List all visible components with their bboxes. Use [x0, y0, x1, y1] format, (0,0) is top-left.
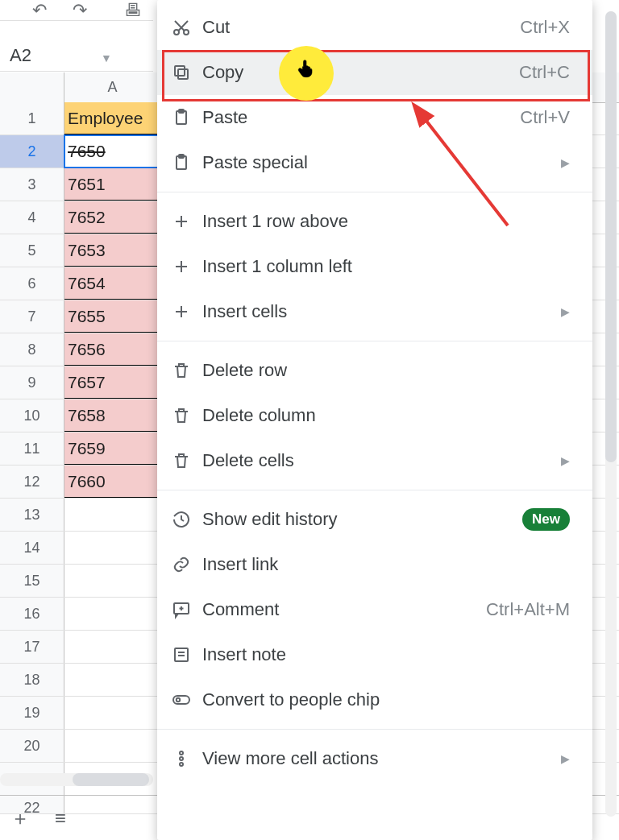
row-header[interactable]: 3: [0, 168, 64, 201]
row-header[interactable]: 11: [0, 432, 64, 465]
menu-item-label: Comment: [202, 599, 279, 620]
menu-item-copy[interactable]: CopyCtrl+C: [157, 50, 592, 95]
cell[interactable]: Employee: [64, 102, 161, 134]
svg-point-13: [180, 757, 183, 760]
row-header[interactable]: 2: [0, 135, 64, 168]
menu-item-label: Delete cells: [202, 450, 294, 471]
row-header[interactable]: 17: [0, 631, 64, 663]
menu-item-label: Delete column: [202, 405, 316, 426]
svg-rect-2: [178, 69, 188, 79]
row-header[interactable]: 13: [0, 499, 64, 531]
vertical-scrollbar-thumb[interactable]: [605, 11, 617, 462]
row-header[interactable]: 5: [0, 234, 64, 267]
cell[interactable]: 7656: [64, 333, 161, 366]
menu-item-insert-link[interactable]: Insert link: [157, 542, 592, 587]
row-header[interactable]: 14: [0, 532, 64, 564]
row-header[interactable]: 20: [0, 730, 64, 762]
cell[interactable]: 7653: [64, 234, 161, 267]
menu-item-label: Paste: [202, 107, 247, 128]
menu-item-insert-1-column-left[interactable]: Insert 1 column left: [157, 244, 592, 289]
menu-item-paste-special[interactable]: Paste special▶: [157, 140, 592, 185]
menu-item-label: Insert 1 column left: [202, 256, 352, 277]
select-all-corner[interactable]: [0, 72, 64, 102]
cell[interactable]: [64, 697, 161, 729]
submenu-arrow-icon: ▶: [561, 156, 570, 169]
menu-item-delete-row[interactable]: Delete row: [157, 348, 592, 393]
cell[interactable]: [64, 730, 161, 762]
cell[interactable]: 7650: [64, 135, 161, 168]
link-icon: [170, 553, 193, 576]
menu-separator: [157, 341, 592, 341]
menu-item-insert-cells[interactable]: Insert cells▶: [157, 289, 592, 334]
cell[interactable]: [64, 598, 161, 630]
row-header[interactable]: 15: [0, 565, 64, 597]
add-sheet-icon[interactable]: ＋: [0, 805, 40, 831]
cell[interactable]: 7655: [64, 300, 161, 333]
name-box[interactable]: A2: [10, 45, 106, 71]
row-header[interactable]: 18: [0, 664, 64, 696]
name-box-dropdown-icon[interactable]: ▼: [101, 52, 112, 64]
cell[interactable]: 7659: [64, 432, 161, 465]
menu-shortcut: Ctrl+X: [520, 17, 570, 38]
horizontal-scrollbar-thumb[interactable]: [73, 773, 149, 786]
people-icon: [170, 689, 193, 711]
cell[interactable]: [64, 499, 161, 531]
menu-item-cut[interactable]: CutCtrl+X: [157, 5, 592, 50]
menu-item-show-edit-history[interactable]: Show edit historyNew: [157, 497, 592, 542]
row-header[interactable]: 9: [0, 366, 64, 399]
menu-item-paste[interactable]: PasteCtrl+V: [157, 95, 592, 140]
cell[interactable]: [64, 631, 161, 663]
submenu-arrow-icon: ▶: [561, 752, 570, 765]
menu-item-insert-note[interactable]: Insert note: [157, 632, 592, 677]
row-header[interactable]: 19: [0, 697, 64, 729]
row-header[interactable]: 16: [0, 598, 64, 630]
submenu-arrow-icon: ▶: [561, 454, 570, 467]
row-header[interactable]: 6: [0, 267, 64, 300]
menu-item-label: Cut: [202, 17, 230, 38]
cell[interactable]: [64, 565, 161, 597]
undo-icon[interactable]: ↶: [32, 0, 47, 21]
cell[interactable]: 7654: [64, 267, 161, 300]
svg-point-1: [184, 30, 189, 35]
row-header[interactable]: 10: [0, 399, 64, 432]
cell[interactable]: [64, 664, 161, 696]
submenu-arrow-icon: ▶: [561, 305, 570, 318]
cell[interactable]: 7652: [64, 201, 161, 234]
menu-badge: New: [522, 508, 570, 531]
column-header-a[interactable]: A: [64, 72, 161, 102]
svg-point-11: [177, 698, 180, 701]
menu-item-label: Copy: [202, 62, 243, 83]
menu-separator: [157, 729, 592, 730]
menu-item-label: Show edit history: [202, 509, 338, 530]
history-icon: [170, 508, 193, 531]
row-header[interactable]: 4: [0, 201, 64, 234]
menu-item-comment[interactable]: CommentCtrl+Alt+M: [157, 587, 592, 632]
plus-icon: [170, 300, 193, 323]
row-header[interactable]: 1: [0, 102, 64, 134]
cell[interactable]: 7651: [64, 168, 161, 201]
menu-item-delete-cells[interactable]: Delete cells▶: [157, 438, 592, 483]
row-header[interactable]: 7: [0, 300, 64, 333]
cell[interactable]: 7657: [64, 366, 161, 399]
cell[interactable]: 7660: [64, 466, 161, 498]
vertical-scrollbar[interactable]: [605, 11, 617, 817]
print-icon[interactable]: 🖶: [124, 0, 142, 21]
all-sheets-icon[interactable]: ≡: [40, 807, 81, 830]
row-header[interactable]: 8: [0, 333, 64, 366]
cell[interactable]: [64, 532, 161, 564]
menu-item-delete-column[interactable]: Delete column: [157, 393, 592, 438]
menu-shortcut: Ctrl+Alt+M: [486, 599, 570, 620]
svg-point-14: [180, 763, 183, 766]
paste-icon: [170, 151, 193, 174]
menu-item-convert-to-people-chip[interactable]: Convert to people chip: [157, 677, 592, 722]
menu-item-view-more-cell-actions[interactable]: View more cell actions▶: [157, 736, 592, 781]
svg-point-12: [180, 751, 183, 755]
menu-item-label: Delete row: [202, 360, 287, 381]
row-header[interactable]: 12: [0, 466, 64, 498]
app-stage: { "nameBox":{"value":"A2"}, "columns":{"…: [0, 0, 619, 840]
menu-separator: [157, 490, 592, 490]
redo-icon[interactable]: ↷: [73, 0, 87, 21]
menu-item-insert-1-row-above[interactable]: Insert 1 row above: [157, 199, 592, 244]
cell[interactable]: 7658: [64, 399, 161, 432]
horizontal-scrollbar[interactable]: [0, 773, 153, 786]
